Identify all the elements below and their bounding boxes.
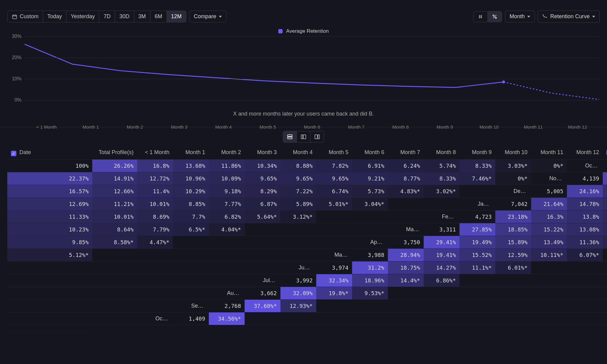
col-date[interactable]: ✓Date [7, 146, 92, 160]
retention-cell: 15.89% [495, 236, 531, 249]
table-row-date[interactable]: Jul 1, 2023 [245, 274, 280, 287]
retention-cell [388, 300, 424, 312]
compare-button[interactable]: Compare [189, 11, 226, 22]
table-row-date[interactable]: Jun 1, 2023 [280, 261, 316, 274]
calendar-icon [12, 14, 17, 19]
grid-line [25, 36, 599, 37]
summary-cell: 16.8% [137, 160, 173, 172]
x-tick: Month 1 [69, 124, 113, 130]
retention-cell: 15.52% [459, 249, 495, 261]
custom-range-label: Custom [20, 13, 39, 20]
col-month-5[interactable]: Month 5 [316, 146, 352, 160]
table-row-date[interactable]: Aug 1, 2023 [209, 287, 245, 300]
select-all-checkbox[interactable]: ✓ [11, 151, 16, 156]
total-cell: 3,750 [388, 236, 424, 249]
table-row-date[interactable]: Jan 1, 2023 [459, 198, 495, 211]
table-row-date[interactable]: Oct 29, 2022 [567, 160, 603, 172]
total-cell: 4,723 [459, 211, 495, 223]
retention-cell: 3.12%* [280, 211, 316, 223]
retention-cell: 5.64%* [245, 211, 280, 223]
col-month-2[interactable]: Month 2 [209, 146, 245, 160]
retention-cell [245, 312, 280, 325]
percent-icon [492, 14, 497, 19]
retention-cell: 8.29% [245, 185, 280, 198]
col-month-6[interactable]: Month 6 [352, 146, 388, 160]
grouping-dropdown[interactable]: Month [505, 11, 535, 22]
x-axis: < 1 MonthMonth 1Month 2Month 3Month 4Mon… [24, 124, 600, 130]
custom-range-button[interactable]: Custom [8, 11, 43, 22]
retention-cell: 0%* [495, 172, 531, 185]
table-row-date[interactable]: Dec 1, 2022 [495, 185, 531, 198]
retention-cell: 14.73% [603, 185, 607, 198]
col-month-7[interactable]: Month 7 [388, 146, 424, 160]
percent-mode-button[interactable] [488, 12, 502, 22]
retention-cell [459, 312, 495, 325]
y-tick: 0% [15, 97, 22, 103]
table-row-date[interactable]: Oct 1, 2023 [137, 312, 173, 325]
svg-point-2 [495, 17, 497, 19]
retention-cell: 11.57% [603, 223, 607, 236]
retention-cell [459, 185, 495, 198]
chevron-down-icon [219, 16, 222, 18]
layout-left-button[interactable] [297, 131, 310, 142]
retention-cell [495, 274, 531, 287]
col-month-8[interactable]: Month 8 [424, 146, 459, 160]
retention-cell: 32.09% [280, 287, 316, 300]
svg-rect-0 [12, 15, 17, 19]
retention-cell: 6.87% [245, 198, 280, 211]
col-total-profile(s)[interactable]: Total Profile(s) [92, 146, 137, 160]
table-row-date[interactable]: Mar 1, 2023 [388, 223, 424, 236]
table-row-date[interactable]: Feb 1, 2023 [424, 211, 459, 223]
retention-cell [352, 211, 388, 223]
range-7d-button[interactable]: 7D [99, 11, 115, 22]
count-mode-button[interactable] [473, 12, 488, 22]
retention-cell: 9.65% [280, 172, 316, 185]
x-tick: Month 10 [467, 124, 511, 130]
retention-cell: 21.64% [531, 198, 567, 211]
col-month-11[interactable]: Month 11 [531, 146, 567, 160]
table-row-date[interactable]: Sep 1, 2023 [173, 300, 209, 312]
col-month-12[interactable]: Month 12 [567, 146, 603, 160]
total-cell: 5,005 [531, 185, 567, 198]
range-6m-button[interactable]: 6M [151, 11, 167, 22]
table-row-date[interactable]: Nov 1, 2022 [531, 172, 567, 185]
retention-cell: 12.93%* [280, 300, 316, 312]
retention-cell: 13.49% [531, 236, 567, 249]
layout-right-button[interactable] [310, 131, 324, 142]
x-tick: Month 9 [423, 124, 467, 130]
retention-cell [173, 249, 209, 261]
col-month-1[interactable]: Month 1 [173, 146, 209, 160]
summary-cell: 3.03%* [495, 160, 531, 172]
retention-cell [7, 287, 92, 300]
col-month-9[interactable]: Month 9 [459, 146, 495, 160]
range-today-button[interactable]: Today [43, 11, 66, 22]
range-30d-button[interactable]: 30D [115, 11, 134, 22]
retention-curve-dropdown[interactable]: Retention Curve [538, 10, 600, 23]
retention-cell: 14.4%* [388, 274, 424, 287]
total-cell: 3,311 [424, 223, 459, 236]
summary-cell: 6.91% [352, 160, 388, 172]
retention-cell: 13.8% [567, 211, 603, 223]
retention-cell [92, 312, 137, 325]
retention-cell [424, 198, 459, 211]
retention-cell [280, 236, 316, 249]
value-mode-group [473, 11, 502, 22]
range-12m-button[interactable]: 12M [167, 11, 186, 22]
retention-cell: 5.01%* [316, 198, 352, 211]
retention-cell: 5.89% [280, 198, 316, 211]
retention-cell [92, 261, 137, 274]
retention-cell: 8.64% [92, 223, 137, 236]
total-cell: 3,974 [316, 261, 352, 274]
range-yesterday-button[interactable]: Yesterday [66, 11, 99, 22]
retention-cell [388, 211, 424, 223]
col-<-1-month[interactable]: < 1 Month [137, 146, 173, 160]
col-month-10[interactable]: Month 10 [495, 146, 531, 160]
table-row-date[interactable]: Apr 1, 2023 [352, 236, 388, 249]
layout-stacked-button[interactable] [283, 131, 297, 142]
summary-row-label[interactable]: ✓Average Retention [603, 146, 607, 160]
col-month-4[interactable]: Month 4 [280, 146, 316, 160]
col-month-3[interactable]: Month 3 [245, 146, 280, 160]
retention-cell [137, 274, 173, 287]
range-3m-button[interactable]: 3M [134, 11, 151, 22]
table-row-date[interactable]: May 1, 2023 [316, 249, 352, 261]
